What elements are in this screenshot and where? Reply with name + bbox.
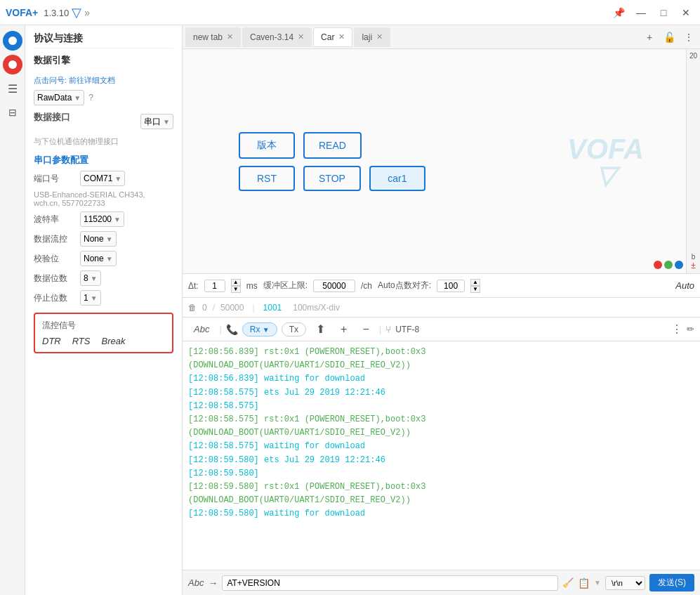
newline-select[interactable]: \r\n \n \r None — [605, 576, 645, 590]
pin-button[interactable]: 📌 — [610, 4, 627, 21]
rx-button[interactable]: Rx ▼ — [242, 322, 277, 336]
more-options-icon[interactable]: » — [84, 7, 90, 18]
rts-signal[interactable]: RTS — [72, 336, 91, 346]
copy-arrow-icon: ▼ — [594, 579, 601, 587]
tab-new-tab[interactable]: new tab ✕ — [185, 27, 241, 47]
data-engine-title: 数据引擎 — [34, 54, 173, 70]
auto-label: Auto点数对齐: — [378, 280, 431, 292]
stopbits-row: 停止位数 1 ▼ — [34, 290, 173, 306]
chart-controls: Δt: ▲ ▼ ms 缓冲区上限: /ch Auto点数对齐: ▲ ▼ Auto — [183, 274, 700, 298]
vofa-arrow-icon: ▽ — [72, 5, 81, 20]
more-options-serial[interactable]: ⋮ — [671, 322, 682, 336]
serial-input-field[interactable] — [222, 575, 558, 591]
buffer-label: 缓冲区上限: — [263, 280, 308, 292]
progress-area: 🗑 0 / 50000 | 1001 100ms/X-div — [183, 298, 700, 318]
send-arrow-icon[interactable]: → — [208, 577, 218, 589]
widget-btn-car1[interactable]: car1 — [369, 166, 425, 191]
doc-link[interactable]: 点击问号: 前往详细文档 — [34, 75, 173, 86]
flow-signals: DTR RTS Break — [42, 336, 165, 346]
close-tab-car[interactable]: ✕ — [338, 32, 345, 41]
widget-area: 版本 READ RST STOP car1 VOFA ▽ 20 b ± — [183, 49, 700, 274]
sidebar-icon-layers[interactable]: ⊟ — [3, 103, 22, 122]
break-signal[interactable]: Break — [101, 336, 125, 346]
flow-arrow-icon: ▼ — [106, 235, 113, 243]
copy-icon[interactable]: 📋 — [578, 577, 590, 589]
port-arrow-icon: ▼ — [114, 175, 121, 183]
close-button[interactable]: ✕ — [678, 4, 694, 21]
tx-button[interactable]: Tx — [282, 322, 306, 336]
send-button[interactable]: 发送(S) — [649, 574, 694, 591]
serial-line: (DOWNLOAD_BOOT(UART0/UART1/SDIO_REI_REO_… — [188, 494, 694, 507]
sidebar: 协议与连接 数据引擎 点击问号: 前往详细文档 RawData ▼ ? 数据接口 — [0, 25, 183, 595]
delta-t-up[interactable]: ▲ — [231, 279, 241, 286]
close-tab-caven[interactable]: ✕ — [298, 32, 304, 41]
sidebar-icon-protocol[interactable] — [3, 31, 22, 51]
close-tab-new[interactable]: ✕ — [227, 32, 233, 41]
sidebar-icons: ☰ ⊟ — [0, 25, 25, 595]
svg-point-1 — [8, 60, 17, 69]
baud-row: 波特率 115200 ▼ — [34, 211, 173, 227]
serial-line: (DOWNLOAD_BOOT(UART0/UART1/SDIO_REI_REO_… — [188, 359, 694, 372]
lock-tab-button[interactable]: 🔓 — [661, 29, 678, 46]
baud-arrow-icon: ▼ — [114, 216, 121, 223]
auto-up[interactable]: ▲ — [470, 279, 480, 286]
sidebar-content: 协议与连接 数据引擎 点击问号: 前往详细文档 RawData ▼ ? 数据接口 — [25, 25, 182, 595]
stopbits-select[interactable]: 1 ▼ — [80, 290, 101, 306]
flow-row: 数据流控 None ▼ — [34, 231, 173, 247]
encoding-label: UTF-8 — [395, 325, 419, 334]
parity-select[interactable]: None ▼ — [80, 251, 117, 266]
auto-down[interactable]: ▼ — [470, 286, 480, 293]
interface-row: 数据接口 串口 ▼ — [34, 111, 173, 132]
right-content: new tab ✕ Caven-3.14 ✕ Car ✕ laji ✕ + 🔓 … — [183, 25, 700, 595]
progress-pos: 0 — [202, 303, 207, 313]
sidebar-icon-menu[interactable]: ☰ — [3, 79, 22, 98]
app-title: VOFA+ 1.3.10 — [6, 7, 69, 18]
align-button[interactable]: ⬆ — [310, 321, 331, 337]
buffer-input[interactable] — [313, 280, 355, 292]
sidebar-icon-data[interactable] — [3, 55, 22, 74]
flow-label: 数据流控 — [34, 233, 76, 245]
widget-btn-version[interactable]: 版本 — [239, 132, 295, 159]
widget-btn-rst[interactable]: RST — [239, 166, 295, 191]
baud-select[interactable]: 115200 ▼ — [80, 211, 124, 227]
serial-line: [12:08:58.575] waiting for download — [188, 440, 694, 453]
auto-value-input[interactable] — [437, 280, 465, 292]
serial-line: [12:08:59.580] ets Jul 29 2019 12:21:46 — [188, 454, 694, 467]
tab-caven[interactable]: Caven-3.14 ✕ — [242, 27, 312, 47]
widget-btn-stop[interactable]: STOP — [303, 166, 361, 191]
parity-arrow-icon: ▼ — [106, 255, 113, 263]
tab-car[interactable]: Car ✕ — [313, 27, 352, 47]
close-tab-laji[interactable]: ✕ — [376, 32, 383, 41]
dtr-signal[interactable]: DTR — [42, 336, 61, 346]
widget-btn-read[interactable]: READ — [303, 132, 362, 159]
minimize-button[interactable]: — — [633, 4, 649, 21]
add-tab-button[interactable]: + — [641, 29, 658, 46]
maximize-button[interactable]: □ — [655, 4, 672, 21]
port-select[interactable]: COM71 ▼ — [80, 171, 125, 186]
serial-line: [12:08:58.575] rst:0x1 (POWERON_RESET),b… — [188, 413, 694, 426]
color-dots — [654, 261, 683, 269]
right-markers-widget: 20 b ± — [686, 49, 700, 273]
abc-button[interactable]: Abc — [188, 322, 215, 336]
interface-select[interactable]: 串口 ▼ — [140, 114, 173, 129]
tab-more-button[interactable]: ⋮ — [680, 29, 697, 46]
minus-button[interactable]: − — [357, 322, 374, 337]
serial-output[interactable]: [12:08:56.839] rst:0x1 (POWERON_RESET),b… — [183, 341, 700, 570]
erase-button[interactable]: 🧹 — [562, 577, 574, 588]
clear-button[interactable]: 🗑 — [188, 303, 197, 313]
vofa-watermark: VOFA ▽ — [567, 135, 644, 188]
flow-select[interactable]: None ▼ — [80, 231, 117, 247]
tab-laji[interactable]: laji ✕ — [354, 27, 390, 47]
databits-select[interactable]: 8 ▼ — [80, 270, 101, 286]
edit-button[interactable]: ✏ — [687, 324, 694, 334]
delta-t-down[interactable]: ▼ — [231, 286, 241, 293]
plus-button[interactable]: + — [335, 322, 352, 337]
delta-t-input[interactable] — [204, 280, 225, 292]
port-desc: USB-Enhanced-SERIAL CH343,wch.cn, 557702… — [34, 190, 173, 207]
question-icon[interactable]: ? — [88, 93, 93, 103]
dot-blue — [675, 261, 683, 269]
serial-line: [12:08:56.839] waiting for download — [188, 372, 694, 386]
widget-row-2: RST STOP car1 — [239, 166, 425, 191]
parity-row: 校验位 None ▼ — [34, 251, 173, 266]
engine-select[interactable]: RawData ▼ — [34, 90, 84, 105]
